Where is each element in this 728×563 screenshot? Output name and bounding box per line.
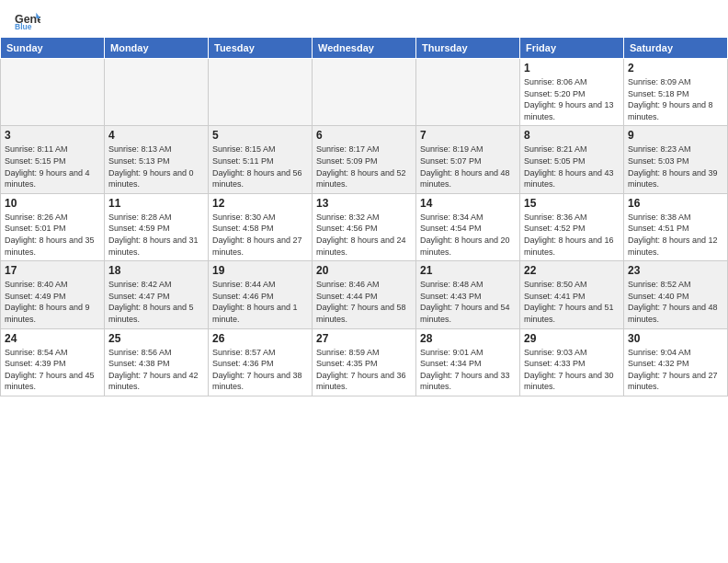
day-info: Sunrise: 9:03 AM Sunset: 4:33 PM Dayligh… [524, 347, 620, 393]
day-number: 7 [420, 129, 516, 142]
calendar-week: 3Sunrise: 8:11 AM Sunset: 5:15 PM Daylig… [1, 126, 728, 193]
day-info: Sunrise: 9:01 AM Sunset: 4:34 PM Dayligh… [420, 347, 516, 393]
day-number: 27 [316, 332, 412, 345]
day-info: Sunrise: 8:15 AM Sunset: 5:11 PM Dayligh… [212, 144, 308, 190]
day-info: Sunrise: 8:38 AM Sunset: 4:51 PM Dayligh… [628, 212, 723, 258]
calendar-day: 11Sunrise: 8:28 AM Sunset: 4:59 PM Dayli… [105, 193, 209, 260]
calendar-day: 27Sunrise: 8:59 AM Sunset: 4:35 PM Dayli… [313, 328, 416, 396]
dow-header: Thursday [416, 38, 520, 59]
calendar-day: 29Sunrise: 9:03 AM Sunset: 4:33 PM Dayli… [520, 328, 624, 396]
day-number: 19 [212, 264, 308, 277]
day-number: 1 [524, 62, 620, 75]
day-number: 28 [420, 332, 516, 345]
day-number: 5 [212, 129, 308, 142]
calendar-week: 24Sunrise: 8:54 AM Sunset: 4:39 PM Dayli… [1, 328, 728, 396]
day-info: Sunrise: 8:21 AM Sunset: 5:05 PM Dayligh… [524, 144, 620, 190]
day-info: Sunrise: 8:13 AM Sunset: 5:13 PM Dayligh… [108, 144, 204, 190]
calendar-day: 24Sunrise: 8:54 AM Sunset: 4:39 PM Dayli… [1, 328, 105, 396]
calendar-day: 20Sunrise: 8:46 AM Sunset: 4:44 PM Dayli… [313, 261, 416, 328]
day-number: 11 [108, 197, 204, 210]
calendar-day: 23Sunrise: 8:52 AM Sunset: 4:40 PM Dayli… [624, 261, 728, 328]
calendar-day: 2Sunrise: 8:09 AM Sunset: 5:18 PM Daylig… [624, 59, 728, 126]
day-info: Sunrise: 8:17 AM Sunset: 5:09 PM Dayligh… [316, 144, 412, 190]
calendar-day: 1Sunrise: 8:06 AM Sunset: 5:20 PM Daylig… [520, 59, 624, 126]
calendar-day: 30Sunrise: 9:04 AM Sunset: 4:32 PM Dayli… [624, 328, 728, 396]
day-number: 2 [628, 62, 723, 75]
calendar-day: 26Sunrise: 8:57 AM Sunset: 4:36 PM Dayli… [209, 328, 313, 396]
day-info: Sunrise: 8:59 AM Sunset: 4:35 PM Dayligh… [316, 347, 412, 393]
day-number: 14 [420, 197, 516, 210]
calendar-day [209, 59, 313, 126]
calendar-day: 12Sunrise: 8:30 AM Sunset: 4:58 PM Dayli… [209, 193, 313, 260]
calendar-day: 9Sunrise: 8:23 AM Sunset: 5:03 PM Daylig… [624, 126, 728, 193]
day-number: 10 [5, 197, 100, 210]
day-number: 9 [628, 129, 723, 142]
page-header: General Blue [0, 0, 728, 37]
day-info: Sunrise: 8:32 AM Sunset: 4:56 PM Dayligh… [316, 212, 412, 258]
calendar-day: 10Sunrise: 8:26 AM Sunset: 5:01 PM Dayli… [1, 193, 105, 260]
calendar-day: 25Sunrise: 8:56 AM Sunset: 4:38 PM Dayli… [105, 328, 209, 396]
calendar-day: 15Sunrise: 8:36 AM Sunset: 4:52 PM Dayli… [520, 193, 624, 260]
day-number: 12 [212, 197, 308, 210]
dow-header: Tuesday [209, 38, 313, 59]
day-info: Sunrise: 8:34 AM Sunset: 4:54 PM Dayligh… [420, 212, 516, 258]
day-number: 22 [524, 264, 620, 277]
day-number: 15 [524, 197, 620, 210]
calendar-day: 6Sunrise: 8:17 AM Sunset: 5:09 PM Daylig… [313, 126, 416, 193]
day-info: Sunrise: 8:40 AM Sunset: 4:49 PM Dayligh… [5, 279, 100, 325]
calendar-week: 17Sunrise: 8:40 AM Sunset: 4:49 PM Dayli… [1, 261, 728, 328]
day-number: 8 [524, 129, 620, 142]
day-info: Sunrise: 8:26 AM Sunset: 5:01 PM Dayligh… [5, 212, 100, 258]
calendar-day: 17Sunrise: 8:40 AM Sunset: 4:49 PM Dayli… [1, 261, 105, 328]
calendar-week: 10Sunrise: 8:26 AM Sunset: 5:01 PM Dayli… [1, 193, 728, 260]
day-number: 16 [628, 197, 723, 210]
calendar-day [416, 59, 520, 126]
day-info: Sunrise: 8:57 AM Sunset: 4:36 PM Dayligh… [212, 347, 308, 393]
calendar: SundayMondayTuesdayWednesdayThursdayFrid… [0, 37, 728, 396]
day-number: 30 [628, 332, 723, 345]
day-info: Sunrise: 8:19 AM Sunset: 5:07 PM Dayligh… [420, 144, 516, 190]
day-info: Sunrise: 8:44 AM Sunset: 4:46 PM Dayligh… [212, 279, 308, 325]
logo-icon: General Blue [15, 11, 40, 31]
calendar-day: 19Sunrise: 8:44 AM Sunset: 4:46 PM Dayli… [209, 261, 313, 328]
calendar-day [1, 59, 105, 126]
calendar-day [313, 59, 416, 126]
calendar-day: 22Sunrise: 8:50 AM Sunset: 4:41 PM Dayli… [520, 261, 624, 328]
day-info: Sunrise: 8:36 AM Sunset: 4:52 PM Dayligh… [524, 212, 620, 258]
day-number: 29 [524, 332, 620, 345]
day-info: Sunrise: 8:23 AM Sunset: 5:03 PM Dayligh… [628, 144, 723, 190]
day-number: 23 [628, 264, 723, 277]
calendar-header: SundayMondayTuesdayWednesdayThursdayFrid… [1, 38, 728, 59]
calendar-day: 28Sunrise: 9:01 AM Sunset: 4:34 PM Dayli… [416, 328, 520, 396]
day-number: 13 [316, 197, 412, 210]
calendar-day: 7Sunrise: 8:19 AM Sunset: 5:07 PM Daylig… [416, 126, 520, 193]
day-number: 17 [5, 264, 100, 277]
calendar-day [105, 59, 209, 126]
day-info: Sunrise: 8:50 AM Sunset: 4:41 PM Dayligh… [524, 279, 620, 325]
day-number: 21 [420, 264, 516, 277]
day-info: Sunrise: 8:06 AM Sunset: 5:20 PM Dayligh… [524, 76, 620, 122]
calendar-day: 4Sunrise: 8:13 AM Sunset: 5:13 PM Daylig… [105, 126, 209, 193]
calendar-day: 3Sunrise: 8:11 AM Sunset: 5:15 PM Daylig… [1, 126, 105, 193]
svg-text:Blue: Blue [15, 22, 32, 31]
day-info: Sunrise: 8:48 AM Sunset: 4:43 PM Dayligh… [420, 279, 516, 325]
day-info: Sunrise: 8:11 AM Sunset: 5:15 PM Dayligh… [5, 144, 100, 190]
calendar-day: 18Sunrise: 8:42 AM Sunset: 4:47 PM Dayli… [105, 261, 209, 328]
calendar-body: 1Sunrise: 8:06 AM Sunset: 5:20 PM Daylig… [1, 59, 728, 396]
calendar-day: 5Sunrise: 8:15 AM Sunset: 5:11 PM Daylig… [209, 126, 313, 193]
day-info: Sunrise: 8:09 AM Sunset: 5:18 PM Dayligh… [628, 76, 723, 122]
day-number: 4 [108, 129, 204, 142]
day-info: Sunrise: 8:28 AM Sunset: 4:59 PM Dayligh… [108, 212, 204, 258]
calendar-day: 14Sunrise: 8:34 AM Sunset: 4:54 PM Dayli… [416, 193, 520, 260]
calendar-day: 21Sunrise: 8:48 AM Sunset: 4:43 PM Dayli… [416, 261, 520, 328]
calendar-week: 1Sunrise: 8:06 AM Sunset: 5:20 PM Daylig… [1, 59, 728, 126]
day-info: Sunrise: 8:54 AM Sunset: 4:39 PM Dayligh… [5, 347, 100, 393]
dow-header: Monday [105, 38, 209, 59]
calendar-day: 16Sunrise: 8:38 AM Sunset: 4:51 PM Dayli… [624, 193, 728, 260]
day-number: 24 [5, 332, 100, 345]
day-info: Sunrise: 8:52 AM Sunset: 4:40 PM Dayligh… [628, 279, 723, 325]
day-info: Sunrise: 8:30 AM Sunset: 4:58 PM Dayligh… [212, 212, 308, 258]
dow-header: Friday [520, 38, 624, 59]
logo: General Blue [15, 11, 40, 31]
day-info: Sunrise: 8:42 AM Sunset: 4:47 PM Dayligh… [108, 279, 204, 325]
